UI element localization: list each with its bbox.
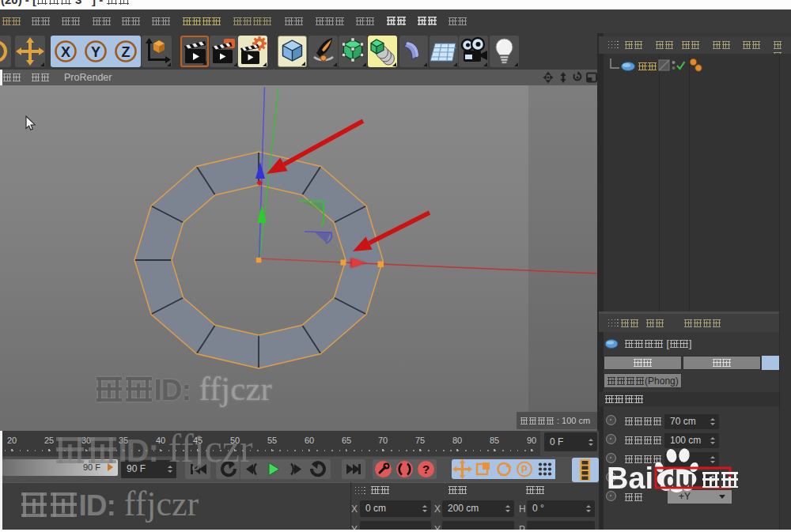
svg-text:P: P bbox=[521, 464, 528, 475]
svg-text:Y: Y bbox=[91, 44, 100, 60]
svg-text:X: X bbox=[61, 44, 70, 60]
svg-text:?: ? bbox=[422, 462, 430, 476]
svg-text:Bai: Bai bbox=[607, 462, 653, 495]
svg-text:Z: Z bbox=[122, 44, 131, 60]
